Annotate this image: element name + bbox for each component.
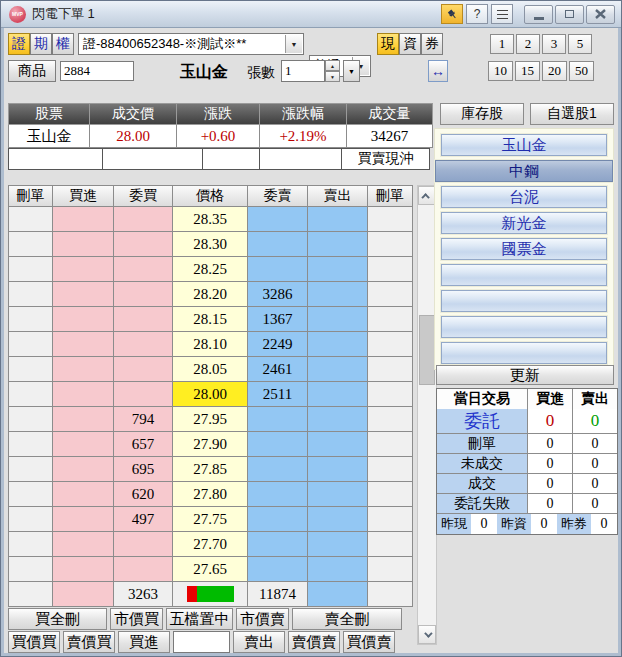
buy-action-cell[interactable] [53,232,114,257]
buy-action-cell[interactable] [53,307,114,332]
account-select[interactable]: 證-88400652348-※測試※** ▼ [78,33,304,55]
stock-item-新光金[interactable]: 新光金 [441,212,607,234]
qty-preset-5[interactable]: 5 [568,34,592,54]
price-cell[interactable]: 28.30 [173,232,248,257]
sell-action-cell[interactable] [308,232,368,257]
delete-sell-cell[interactable] [368,332,413,357]
sell-action-cell[interactable] [308,207,368,232]
ask-volume-cell[interactable] [248,432,308,457]
stepper-up-icon[interactable]: ▲ [325,60,340,71]
buy-action-cell[interactable] [53,207,114,232]
sell-action-cell[interactable] [308,282,368,307]
price-cell[interactable]: 27.70 [173,532,248,557]
stock-item-empty-5[interactable] [441,264,607,286]
stock-item-國票金[interactable]: 國票金 [441,238,607,260]
buy-action-cell[interactable] [53,257,114,282]
trade-type-button-現[interactable]: 現 [377,33,399,55]
action-button-賣價買[interactable]: 賣價買 [63,631,115,653]
qty-input[interactable] [281,60,325,82]
scroll-down-icon[interactable] [418,625,436,644]
ask-volume-cell[interactable]: 3286 [248,282,308,307]
stock-item-中鋼[interactable]: 中鋼 [435,160,613,182]
action-button-市價賣[interactable]: 市價賣 [236,608,289,630]
stepper-down-icon[interactable]: ▼ [325,71,340,82]
price-cell[interactable]: 28.35 [173,207,248,232]
delete-buy-cell[interactable] [8,557,53,582]
delete-buy-cell[interactable] [8,382,53,407]
delete-sell-cell[interactable] [368,557,413,582]
ask-volume-cell[interactable] [248,482,308,507]
bid-volume-cell[interactable] [114,532,173,557]
delete-sell-cell[interactable] [368,407,413,432]
price-cell[interactable]: 28.20 [173,282,248,307]
qty-preset-50[interactable]: 50 [569,61,594,81]
ask-volume-cell[interactable] [248,257,308,282]
qty-preset-2[interactable]: 2 [516,34,540,54]
ask-volume-cell[interactable] [248,557,308,582]
buy-action-cell[interactable] [53,482,114,507]
ask-volume-cell[interactable] [248,507,308,532]
delete-buy-cell[interactable] [8,207,53,232]
delete-sell-cell[interactable] [368,432,413,457]
ask-volume-cell[interactable]: 2511 [248,382,308,407]
trade-type-button-券[interactable]: 券 [421,33,443,55]
menu-button[interactable] [491,4,513,24]
market-button-證[interactable]: 證 [8,33,30,55]
sell-action-cell[interactable] [308,257,368,282]
action-button-買全刪[interactable]: 買全刪 [8,608,107,630]
action-button-買進[interactable]: 買進 [118,631,170,653]
delete-sell-cell[interactable] [368,532,413,557]
action-button-買價賣[interactable]: 買價賣 [343,631,395,653]
delete-buy-cell[interactable] [8,357,53,382]
buy-action-cell[interactable] [53,357,114,382]
delete-buy-cell[interactable] [8,482,53,507]
price-cell[interactable]: 28.15 [173,307,248,332]
minimize-button[interactable] [524,5,553,24]
ask-volume-cell[interactable]: 2461 [248,357,308,382]
price-cell[interactable]: 28.25 [173,257,248,282]
buy-action-cell[interactable] [53,457,114,482]
action-button-買價買[interactable]: 買價買 [8,631,60,653]
product-code-input[interactable] [60,61,134,81]
chevron-down-icon[interactable]: ▼ [285,35,302,53]
delete-sell-cell[interactable] [368,307,413,332]
ask-volume-cell[interactable] [248,407,308,432]
window-link-icon[interactable]: ↔ [428,60,448,82]
close-button[interactable] [586,5,615,24]
tab-inventory-stocks[interactable]: 庫存股 [440,103,524,125]
buy-action-cell[interactable] [53,282,114,307]
price-cell[interactable]: 27.90 [173,432,248,457]
bid-volume-cell[interactable] [114,357,173,382]
action-button-五檔置中[interactable]: 五檔置中 [166,608,233,630]
buy-action-cell[interactable] [53,382,114,407]
sell-action-cell[interactable] [308,557,368,582]
ask-volume-cell[interactable] [248,207,308,232]
ask-volume-cell[interactable] [248,532,308,557]
bid-volume-cell[interactable] [114,257,173,282]
ask-volume-cell[interactable] [248,457,308,482]
delete-buy-cell[interactable] [8,532,53,557]
stock-item-empty-7[interactable] [441,316,607,338]
bid-volume-cell[interactable] [114,332,173,357]
action-button-賣出[interactable]: 賣出 [233,631,285,653]
delete-sell-cell[interactable] [368,457,413,482]
buy-action-cell[interactable] [53,532,114,557]
qty-preset-3[interactable]: 3 [542,34,566,54]
delete-sell-cell[interactable] [368,257,413,282]
stock-item-玉山金[interactable]: 玉山金 [441,134,607,156]
bid-volume-cell[interactable] [114,282,173,307]
sell-action-cell[interactable] [308,482,368,507]
delete-buy-cell[interactable] [8,232,53,257]
delete-sell-cell[interactable] [368,507,413,532]
bid-volume-cell[interactable]: 620 [114,482,173,507]
pin-on-top-icon[interactable] [441,4,463,24]
bid-volume-cell[interactable]: 497 [114,507,173,532]
qty-preset-1[interactable]: 1 [490,34,514,54]
market-button-期[interactable]: 期 [30,33,52,55]
bid-volume-cell[interactable]: 794 [114,407,173,432]
delete-buy-cell[interactable] [8,307,53,332]
market-button-權[interactable]: 權 [52,33,74,55]
price-cell[interactable]: 27.75 [173,507,248,532]
delete-sell-cell[interactable] [368,282,413,307]
delete-buy-cell[interactable] [8,507,53,532]
